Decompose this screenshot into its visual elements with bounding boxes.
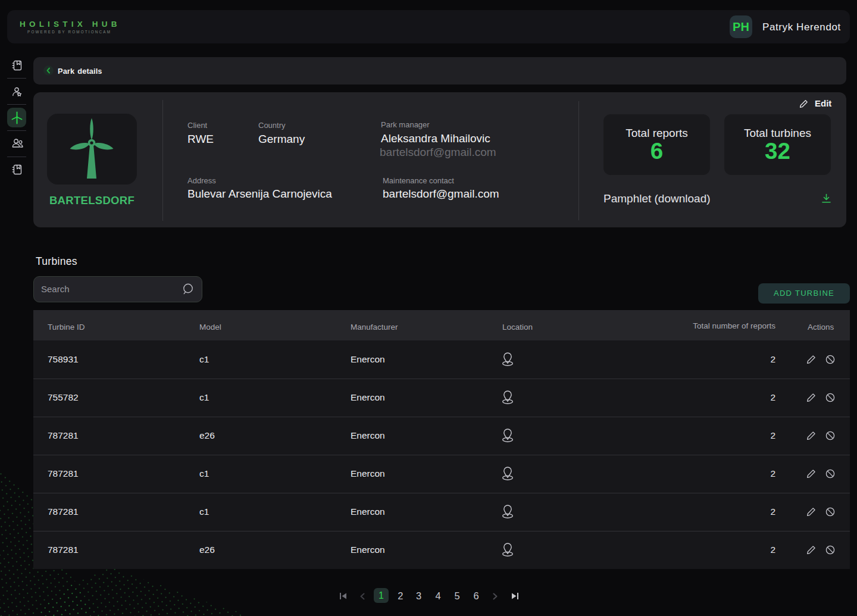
svg-text:POWERED BY ROMOTIONCAM: POWERED BY ROMOTIONCAM: [27, 30, 111, 34]
svg-text:HOLISTIX HUB: HOLISTIX HUB: [20, 20, 118, 29]
